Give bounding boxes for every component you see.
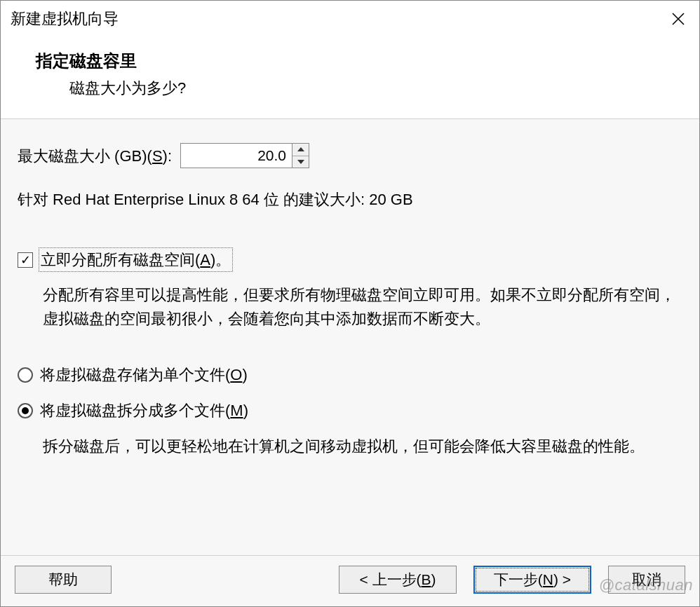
store-single-label-prefix: 将虚拟磁盘存储为单个文件( (40, 366, 230, 383)
store-split-row: 将虚拟磁盘拆分成多个文件(M) (18, 399, 682, 422)
store-single-label[interactable]: 将虚拟磁盘存储为单个文件(O) (40, 363, 248, 386)
spinner-up-button[interactable] (292, 144, 309, 156)
back-button[interactable]: < 上一步(B) (339, 566, 457, 594)
next-button-suffix: ) > (553, 571, 571, 587)
new-vm-wizard-dialog: 新建虚拟机向导 指定磁盘容里 磁盘大小为多少? 最大磁盘大小 (GB)(S): … (0, 0, 700, 607)
spinner-down-button[interactable] (292, 156, 309, 168)
wizard-header: 指定磁盘容里 磁盘大小为多少? (1, 37, 699, 118)
chevron-up-icon (297, 147, 304, 151)
close-button[interactable] (664, 5, 692, 33)
page-title: 指定磁盘容里 (36, 50, 685, 72)
cancel-button[interactable]: 取消 (608, 566, 685, 594)
chevron-down-icon (297, 160, 304, 164)
allocate-now-hotkey: A (200, 251, 210, 268)
store-split-radio[interactable] (18, 403, 33, 418)
allocate-now-label[interactable]: 立即分配所有磁盘空间(A)。 (39, 247, 233, 272)
store-split-description: 拆分磁盘后，可以更轻松地在计算机之间移动虚拟机，但可能会降低大容里磁盘的性能。 (43, 435, 675, 458)
page-subtitle: 磁盘大小为多少? (69, 78, 685, 99)
allocate-now-checkbox[interactable]: ✓ (18, 252, 33, 268)
spinner-buttons (292, 144, 309, 168)
wizard-content: 最大磁盘大小 (GB)(S): 针对 Red Hat Enterprise Li… (1, 119, 699, 555)
next-button[interactable]: 下一步(N) > (473, 566, 591, 594)
back-button-prefix: < 上一步( (359, 571, 421, 587)
store-single-hotkey: O (230, 366, 242, 383)
disk-size-label: 最大磁盘大小 (GB)(S): (18, 144, 172, 168)
back-button-hotkey: B (422, 571, 431, 587)
disk-size-row: 最大磁盘大小 (GB)(S): (18, 143, 682, 168)
disk-size-spinner[interactable] (180, 143, 309, 168)
disk-size-input[interactable] (181, 144, 292, 168)
titlebar: 新建虚拟机向导 (1, 1, 699, 37)
store-single-label-suffix: ) (242, 366, 247, 383)
allocate-now-label-prefix: 立即分配所有磁盘空间( (41, 251, 200, 268)
allocate-now-description: 分配所有容里可以提高性能，但要求所有物理磁盘空间立即可用。如果不立即分配所有空间… (43, 283, 675, 331)
radio-dot-icon (22, 407, 29, 414)
next-button-hotkey: N (543, 571, 553, 587)
disk-size-hotkey: S (152, 147, 163, 165)
recommended-size-text: 针对 Red Hat Enterprise Linux 8 64 位 的建议大小… (18, 188, 682, 211)
next-button-prefix: 下一步( (494, 571, 543, 587)
check-icon: ✓ (20, 254, 31, 266)
store-split-label[interactable]: 将虚拟磁盘拆分成多个文件(M) (40, 399, 248, 422)
help-button[interactable]: 帮助 (15, 566, 112, 594)
window-title: 新建虚拟机向导 (11, 8, 119, 29)
back-button-suffix: ) (431, 571, 436, 587)
wizard-footer: 帮助 < 上一步(B) 下一步(N) > 取消 (1, 555, 699, 606)
store-split-label-prefix: 将虚拟磁盘拆分成多个文件( (40, 402, 230, 419)
store-single-row: 将虚拟磁盘存储为单个文件(O) (18, 363, 682, 386)
store-split-label-suffix: ) (243, 402, 248, 419)
store-single-radio[interactable] (18, 367, 33, 383)
disk-size-label-prefix: 最大磁盘大小 (GB)( (18, 147, 152, 165)
store-split-hotkey: M (230, 402, 243, 419)
allocate-now-label-suffix: )。 (210, 251, 231, 268)
disk-size-label-suffix: ): (163, 147, 172, 165)
allocate-now-row: ✓ 立即分配所有磁盘空间(A)。 (18, 247, 682, 272)
close-icon (671, 12, 685, 26)
